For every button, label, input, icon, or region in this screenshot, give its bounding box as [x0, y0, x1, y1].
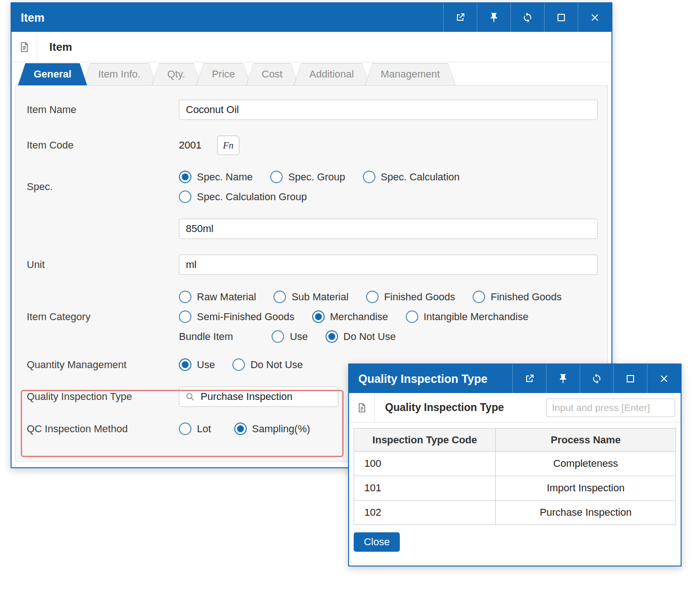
radio-label: Finished Goods [384, 291, 455, 303]
unit-input[interactable] [179, 255, 598, 275]
inspection-type-code-cell: 102 [354, 501, 496, 525]
item-category-row: Item Category Raw Material Sub Material … [27, 291, 607, 343]
header-process-name: Process Name [496, 429, 676, 452]
document-icon [12, 32, 37, 62]
radio-intangible-merchandise[interactable]: Intangible Merchandise [406, 310, 528, 323]
popup-titlebar-buttons [512, 364, 681, 393]
qc-inspection-method-label: QC Inspection Method [27, 423, 179, 435]
radio-icon [272, 330, 284, 343]
pin-icon[interactable] [477, 3, 510, 32]
process-name-link[interactable]: Completeness [496, 452, 676, 476]
radio-spec-calculation-group[interactable]: Spec. Calculation Group [179, 191, 307, 203]
item-category-label: Item Category [27, 311, 179, 323]
radio-spec-group[interactable]: Spec. Group [270, 171, 345, 183]
refresh-icon[interactable] [510, 3, 544, 32]
radio-bundle-do-not-use[interactable]: Do Not Use [326, 330, 396, 343]
radio-icon [473, 291, 485, 303]
quality-inspection-type-window: Quality Inspection Type Quality Inspecti… [348, 364, 682, 566]
maximize-icon[interactable] [544, 3, 578, 32]
item-subheader: Item [12, 32, 611, 62]
quality-inspection-type-field[interactable]: Purchase Inspection [179, 387, 338, 407]
radio-spec-name[interactable]: Spec. Name [179, 171, 253, 183]
radio-spec-calculation[interactable]: Spec. Calculation [363, 171, 460, 183]
pin-icon[interactable] [546, 364, 580, 393]
item-window-titlebar: Item [12, 3, 611, 32]
radio-icon [232, 358, 245, 371]
tab-cost[interactable]: Cost [246, 63, 298, 85]
tab-label: Additional [309, 68, 354, 80]
radio-lot[interactable]: Lot [179, 423, 211, 435]
tab-general[interactable]: General [18, 63, 87, 85]
tab-label: Cost [262, 68, 283, 80]
radio-label: Lot [197, 423, 211, 435]
open-in-new-icon[interactable] [443, 3, 477, 32]
tab-label: General [34, 68, 71, 80]
window-title: Item [12, 11, 443, 24]
radio-qty-use[interactable]: Use [179, 358, 215, 371]
unit-label: Unit [27, 259, 179, 271]
radio-icon [406, 310, 418, 323]
radio-label: Merchandise [330, 311, 388, 323]
quality-inspection-type-value: Purchase Inspection [201, 391, 292, 403]
close-button[interactable]: Close [354, 532, 400, 552]
radio-label: Semi-Finished Goods [197, 311, 295, 323]
radio-label: Do Not Use [344, 331, 396, 343]
search-icon [179, 392, 201, 402]
close-icon[interactable] [647, 364, 681, 393]
tab-qty[interactable]: Qty. [152, 63, 201, 85]
radio-icon [179, 291, 191, 303]
tab-price[interactable]: Price [196, 63, 250, 85]
radio-icon [179, 171, 191, 183]
radio-label: Raw Material [197, 291, 256, 303]
radio-sub-material[interactable]: Sub Material [273, 291, 349, 303]
tab-additional[interactable]: Additional [294, 63, 370, 85]
radio-icon [179, 358, 191, 371]
radio-label: Spec. Name [197, 171, 253, 183]
radio-label: Sampling(%) [252, 423, 310, 435]
radio-raw-material[interactable]: Raw Material [179, 291, 256, 303]
radio-icon [326, 330, 338, 343]
popup-window-title: Quality Inspection Type [349, 372, 512, 386]
quantity-management-label: Quantity Management [27, 359, 179, 371]
popup-page-title: Quality Inspection Type [375, 401, 504, 414]
item-name-label: Item Name [27, 104, 179, 116]
radio-finished-goods-2[interactable]: Finished Goods [473, 291, 562, 303]
popup-footer: Close [354, 532, 676, 552]
process-name-link[interactable]: Purchase Inspection [496, 501, 676, 525]
maximize-icon[interactable] [613, 364, 647, 393]
inspection-type-table: Inspection Type Code Process Name 100 Co… [354, 428, 676, 525]
radio-merchandise[interactable]: Merchandise [312, 310, 388, 323]
popup-titlebar: Quality Inspection Type [349, 364, 681, 393]
radio-icon [363, 171, 375, 183]
spec-label: Spec. [27, 181, 179, 193]
close-icon[interactable] [578, 3, 611, 32]
radio-label: Use [197, 359, 215, 371]
tab-bar: General Item Info. Qty. Price Cost Addit… [12, 62, 611, 85]
radio-finished-goods-1[interactable]: Finished Goods [366, 291, 455, 303]
tab-management[interactable]: Management [365, 63, 455, 85]
radio-bundle-use[interactable]: Use [272, 330, 308, 343]
popup-subheader: Quality Inspection Type [349, 393, 681, 423]
radio-icon [234, 423, 247, 435]
radio-semi-finished-goods[interactable]: Semi-Finished Goods [179, 310, 295, 323]
process-name-link[interactable]: Import Inspection [496, 476, 676, 501]
item-code-value: 2001 [179, 139, 202, 151]
radio-icon [179, 423, 191, 435]
radio-sampling[interactable]: Sampling(%) [234, 423, 310, 435]
radio-icon [270, 171, 283, 183]
tab-item-info[interactable]: Item Info. [83, 63, 156, 85]
table-header-row: Inspection Type Code Process Name [354, 429, 676, 452]
radio-icon [273, 291, 286, 303]
refresh-icon[interactable] [580, 364, 613, 393]
radio-qty-do-not-use[interactable]: Do Not Use [232, 358, 303, 371]
item-name-input[interactable] [179, 100, 598, 120]
fn-button[interactable]: Fn [217, 136, 239, 155]
radio-icon [179, 191, 191, 203]
spec-input[interactable] [179, 219, 598, 239]
radio-label: Do Not Use [250, 359, 303, 371]
popup-search-input[interactable] [546, 399, 675, 417]
radio-label: Spec. Calculation Group [197, 191, 307, 203]
open-in-new-icon[interactable] [512, 364, 546, 393]
spec-row: Spec. Spec. Name Spec. Group Spec. Calcu… [27, 171, 607, 203]
radio-label: Intangible Merchandise [424, 311, 528, 323]
